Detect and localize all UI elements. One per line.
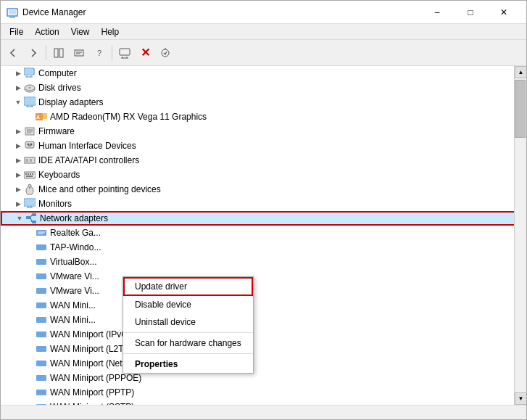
disk-icon — [24, 82, 36, 94]
tree-label-monitors: Monitors — [38, 199, 72, 209]
tree-item-tap[interactable]: ▶ TAP-Windo... — [1, 240, 526, 255]
menu-bar: File Action View Help — [1, 24, 526, 40]
tree-item-wan-netmon[interactable]: ▶ WAN Miniport (Network Monitor) — [1, 356, 526, 371]
tree-item-mice[interactable]: ▶ Mice and other pointing devices — [1, 182, 526, 197]
svg-rect-59 — [32, 213, 36, 216]
expand-arrow-firmware: ▶ — [12, 125, 24, 137]
context-menu-update-driver[interactable]: Update driver — [123, 277, 253, 296]
context-menu-scan[interactable]: Scan for hardware changes — [123, 334, 253, 352]
svg-rect-5 — [54, 49, 58, 57]
monitor-icon — [24, 198, 36, 210]
amd-icon: A — [36, 111, 47, 123]
svg-line-62 — [30, 218, 32, 222]
scroll-track — [515, 78, 526, 392]
tree-item-disk-drives[interactable]: ▶ Disk drives — [1, 81, 526, 95]
menu-help[interactable]: Help — [96, 25, 125, 38]
nic-icon-wan2 — [36, 314, 47, 326]
tree-item-vmware2[interactable]: ▶ VMware Vi... — [1, 284, 526, 298]
scrollbar: ▲ ▼ — [514, 66, 526, 405]
back-button[interactable] — [4, 44, 22, 62]
computer-button[interactable] — [115, 44, 134, 62]
context-menu-properties[interactable]: Properties — [123, 355, 253, 373]
context-menu: Update driver Disable device Uninstall d… — [123, 276, 254, 374]
tree-item-ide[interactable]: ▶ IDE ATA/ATAPI controllers — [1, 153, 526, 168]
tree-label-ide: IDE ATA/ATAPI controllers — [38, 155, 139, 165]
maximize-button[interactable]: □ — [454, 1, 487, 24]
svg-rect-63 — [36, 230, 46, 236]
menu-action[interactable]: Action — [29, 25, 65, 38]
nic-icon-wan-ipv6 — [36, 329, 47, 340]
svg-rect-75 — [36, 375, 46, 381]
tree-label-vmware2: VMware Vi... — [50, 286, 99, 296]
svg-rect-73 — [36, 346, 46, 352]
remove-button[interactable]: ✕ — [136, 44, 154, 62]
nic-icon-wan-pptp — [36, 387, 47, 398]
tree-item-wan2[interactable]: ▶ WAN Mini... — [1, 313, 526, 327]
tree-item-wan1[interactable]: ▶ WAN Mini... — [1, 298, 526, 313]
tree-label-display: Display adapters — [38, 97, 103, 107]
tree-item-wan-pppoe[interactable]: ▶ WAN Miniport (PPPOE) — [1, 371, 526, 385]
svg-rect-47 — [30, 173, 31, 175]
close-button[interactable]: ✕ — [487, 1, 520, 24]
svg-rect-68 — [36, 273, 46, 279]
svg-point-39 — [30, 144, 33, 146]
svg-rect-72 — [36, 332, 46, 337]
tree-item-wan-sstp[interactable]: ▶ WAN Miniport (SSTP) — [1, 400, 526, 405]
tree-item-network-adapters[interactable]: ▼ Network adapters — [1, 211, 526, 226]
menu-file[interactable]: File — [4, 25, 29, 38]
tree-item-realtek[interactable]: ▶ Realtek Ga... — [1, 226, 526, 240]
tree-item-vmware1[interactable]: ▶ VMware Vi... — [1, 269, 526, 284]
context-menu-sep-2 — [123, 353, 253, 354]
svg-rect-74 — [36, 361, 46, 366]
tree-item-display-adapters[interactable]: ▼ Display adapters — [1, 95, 526, 110]
tree-item-wan-ipv6[interactable]: ▶ WAN Miniport (IPv6) — [1, 327, 526, 342]
show-tree-button[interactable] — [49, 44, 68, 62]
svg-rect-71 — [36, 317, 46, 323]
minimize-button[interactable]: – — [420, 1, 454, 24]
svg-rect-43 — [30, 159, 32, 162]
context-menu-uninstall-device[interactable]: Uninstall device — [123, 313, 253, 331]
tree-item-hid[interactable]: ▶ Human Interface Devices — [1, 139, 526, 153]
menu-view[interactable]: View — [65, 25, 96, 38]
tree-item-wan-l2tp[interactable]: ▶ WAN Miniport (L2TP) — [1, 342, 526, 356]
tree-label-wan-l2tp: WAN Miniport (L2TP) — [50, 344, 133, 354]
context-menu-sep-1 — [123, 332, 253, 333]
tree-label-wan-sstp: WAN Miniport (SSTP) — [50, 402, 134, 405]
toolbar: ? ✕ — [1, 40, 526, 66]
tree-view[interactable]: ▶ Computer ▶ D — [1, 66, 526, 405]
tree-item-firmware[interactable]: ▶ Firmware — [1, 124, 526, 139]
nic-icon-wan-netmon — [36, 358, 47, 369]
tree-item-monitors[interactable]: ▶ Monitors — [1, 197, 526, 211]
tree-label-network: Network adapters — [40, 213, 108, 223]
properties-button[interactable] — [70, 44, 88, 62]
title-bar: Device Manager – □ ✕ — [1, 1, 526, 24]
tree-item-wan-pptp[interactable]: ▶ WAN Miniport (PPTP) — [1, 385, 526, 400]
tree-label-vbox: VirtualBox... — [50, 257, 96, 267]
tree-label-mice: Mice and other pointing devices — [38, 184, 161, 194]
nic-icon-vmware2 — [36, 285, 47, 297]
tree-item-computer[interactable]: ▶ Computer — [1, 66, 526, 81]
expand-arrow-network: ▼ — [14, 213, 25, 224]
svg-rect-26 — [25, 98, 35, 104]
tree-label-wan-ipv6: WAN Miniport (IPv6) — [50, 329, 129, 339]
nic-icon-vbox — [36, 256, 47, 268]
tree-item-amd[interactable]: ▶ A AMD Radeon(TM) RX Vega 11 Graphics — [1, 110, 526, 124]
forward-button[interactable] — [24, 44, 43, 62]
scroll-down-button[interactable]: ▼ — [515, 392, 526, 405]
svg-rect-37 — [25, 141, 34, 148]
tree-item-virtualbox[interactable]: ▶ VirtualBox... — [1, 255, 526, 269]
computer-icon — [24, 67, 36, 79]
scroll-thumb[interactable] — [515, 80, 526, 138]
tree-label-amd: AMD Radeon(TM) RX Vega 11 Graphics — [50, 112, 207, 122]
scan-button[interactable] — [156, 44, 175, 62]
tree-item-keyboards[interactable]: ▶ Keyboards — [1, 168, 526, 182]
scroll-up-button[interactable]: ▲ — [515, 66, 526, 78]
svg-rect-77 — [36, 404, 46, 405]
tree-label-wan2: WAN Mini... — [50, 315, 96, 325]
help-button[interactable]: ? — [90, 44, 109, 62]
svg-rect-1 — [9, 10, 16, 15]
expand-arrow-disk: ▶ — [12, 82, 24, 94]
svg-point-52 — [28, 184, 31, 187]
window-title: Device Manager — [22, 7, 420, 17]
context-menu-disable-device[interactable]: Disable device — [123, 296, 253, 313]
